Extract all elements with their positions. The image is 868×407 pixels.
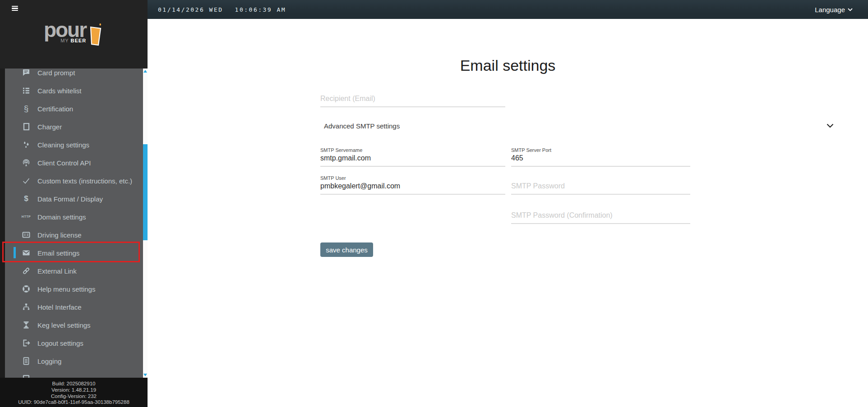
sidebar-item-logging[interactable]: Logging — [5, 352, 143, 370]
external-link-icon — [22, 266, 31, 275]
scroll-down-arrow-icon[interactable] — [143, 372, 148, 378]
version-info: Version: 1.48.21.19 — [0, 387, 148, 393]
driving-license-icon — [22, 230, 31, 239]
advanced-smtp-label: Advanced SMTP settings — [324, 122, 400, 130]
sidebar-item-driving-license[interactable]: Driving license — [5, 226, 143, 244]
scrollbar-thumb[interactable] — [143, 144, 148, 240]
active-item-indicator — [14, 247, 16, 258]
smtp-servername-input[interactable] — [320, 153, 505, 166]
smtp-password-input[interactable] — [511, 181, 690, 194]
smtp-servername-label: SMTP Servername — [320, 147, 505, 153]
sidebar-item-help-menu[interactable]: Help menu settings — [5, 280, 143, 298]
sidebar-item-certification[interactable]: § Certification — [5, 100, 143, 118]
date-text: 01/14/2026 WED — [158, 6, 223, 13]
sidebar-header: pour MY BEER — [0, 0, 148, 69]
sidebar-item-partial[interactable] — [5, 370, 143, 378]
sidebar-item-label: Charger — [37, 123, 62, 131]
time-text: 10:06:39 AM — [235, 6, 286, 13]
sidebar-item-label: Cards whitelist — [37, 87, 82, 95]
sidebar-item-card-prompt[interactable]: Card prompt — [5, 69, 143, 82]
smtp-server-port-label: SMTP Server Port — [511, 147, 690, 153]
save-changes-button[interactable]: save changes — [320, 242, 373, 257]
smtp-user-input[interactable] — [320, 181, 505, 194]
smtp-user-label: SMTP User — [320, 175, 505, 181]
partial-item-icon — [22, 375, 31, 378]
hamburger-menu-icon[interactable] — [12, 6, 18, 11]
chevron-down-icon — [826, 123, 834, 128]
advanced-smtp-collapse-button[interactable] — [826, 122, 835, 130]
config-version-info: Config-Version: 232 — [0, 393, 148, 400]
sidebar-item-charger[interactable]: Charger — [5, 118, 143, 136]
smtp-server-port-input[interactable] — [511, 153, 690, 166]
sidebar-item-label: Hotel Interface — [37, 303, 82, 311]
build-info: Build: 2025082910 — [0, 381, 148, 387]
client-control-api-icon — [22, 158, 31, 167]
beer-glass-icon — [88, 23, 104, 47]
domain-settings-icon: HTTP — [22, 212, 31, 221]
hotel-interface-icon — [22, 302, 31, 311]
sidebar-menu: Card prompt Cards whitelist § Certificat… — [0, 69, 148, 378]
logo-word: pour — [44, 20, 86, 40]
sidebar-item-cards-whitelist[interactable]: Cards whitelist — [5, 82, 143, 100]
sidebar-footer: Build: 2025082910 Version: 1.48.21.19 Co… — [0, 378, 148, 407]
sidebar-item-label: Email settings — [37, 249, 79, 257]
sidebar-item-custom-texts[interactable]: Custom texts (instructions, etc.) — [5, 172, 143, 190]
sidebar-item-label: Cleaning settings — [37, 141, 89, 149]
smtp-password-confirmation-field-wrap — [511, 204, 690, 224]
sidebar-item-keg-level[interactable]: Keg level settings — [5, 316, 143, 334]
sidebar-item-label: Logout settings — [37, 339, 83, 347]
keg-level-icon — [22, 320, 31, 329]
logo-beer: BEER — [71, 38, 87, 43]
sidebar-item-email-settings[interactable]: Email settings — [5, 244, 143, 262]
scroll-up-arrow-icon[interactable] — [143, 69, 148, 74]
sidebar-item-client-control-api[interactable]: Client Control API — [5, 154, 143, 172]
sidebar-item-label: Card prompt — [37, 69, 75, 77]
sidebar-item-label: Logging — [37, 357, 61, 365]
custom-texts-icon — [22, 176, 31, 185]
certification-icon: § — [22, 104, 31, 113]
sidebar-item-label: Data Format / Display — [37, 195, 103, 203]
sidebar-item-data-format[interactable]: $ Data Format / Display — [5, 190, 143, 208]
sidebar-item-external-link[interactable]: External Link — [5, 262, 143, 280]
sidebar-item-label: Certification — [37, 105, 73, 113]
smtp-user-field-wrap: SMTP User — [320, 174, 505, 195]
sidebar-item-domain-settings[interactable]: HTTP Domain settings — [5, 208, 143, 226]
smtp-password-confirmation-input[interactable] — [511, 210, 690, 223]
recipient-email-input[interactable] — [320, 94, 505, 106]
advanced-smtp-section: Advanced SMTP settings — [324, 121, 835, 130]
pourmybeer-logo: pour MY BEER — [0, 20, 148, 47]
sidebar-item-cleaning-settings[interactable]: Cleaning settings — [5, 136, 143, 154]
sidebar-item-label: Help menu settings — [37, 285, 95, 293]
sidebar-scrollbar[interactable] — [143, 69, 148, 378]
top-bar: 01/14/2026 WED10:06:39 AM Language — [148, 0, 868, 19]
datetime-display: 01/14/2026 WED10:06:39 AM — [158, 6, 286, 13]
logout-settings-icon — [22, 338, 31, 348]
logo-my: MY — [60, 38, 69, 43]
charger-icon — [22, 122, 31, 131]
data-format-icon: $ — [22, 194, 31, 203]
card-prompt-icon — [22, 69, 31, 77]
cleaning-settings-icon — [22, 140, 31, 149]
sidebar-item-label: Driving license — [37, 231, 82, 239]
sidebar-item-hotel-interface[interactable]: Hotel Interface — [5, 298, 143, 316]
sidebar-item-label: Keg level settings — [37, 321, 91, 329]
sidebar-item-label: Client Control API — [37, 159, 91, 167]
sidebar-item-label: External Link — [37, 267, 77, 275]
sidebar-item-label: Custom texts (instructions, etc.) — [37, 177, 132, 185]
main-content: Email settings Advanced SMTP settings SM… — [148, 19, 868, 407]
logging-icon — [22, 357, 31, 366]
smtp-server-port-field-wrap: SMTP Server Port — [511, 146, 690, 167]
language-label: Language — [815, 6, 845, 14]
page-title: Email settings — [148, 57, 868, 74]
uuid-info: UUID: 90de7ca8-b0f1-11ef-95aa-30138b7952… — [0, 399, 148, 406]
smtp-servername-field-wrap: SMTP Servername — [320, 146, 505, 167]
help-menu-icon — [22, 284, 31, 293]
smtp-password-field-wrap — [511, 174, 690, 195]
sidebar-item-logout-settings[interactable]: Logout settings — [5, 334, 143, 352]
email-settings-icon — [22, 248, 31, 257]
sidebar-item-label: Domain settings — [37, 213, 86, 221]
cards-whitelist-icon — [22, 86, 31, 95]
recipient-email-field-wrap — [320, 89, 505, 107]
chevron-down-icon — [848, 8, 853, 11]
language-menu[interactable]: Language — [815, 6, 853, 14]
